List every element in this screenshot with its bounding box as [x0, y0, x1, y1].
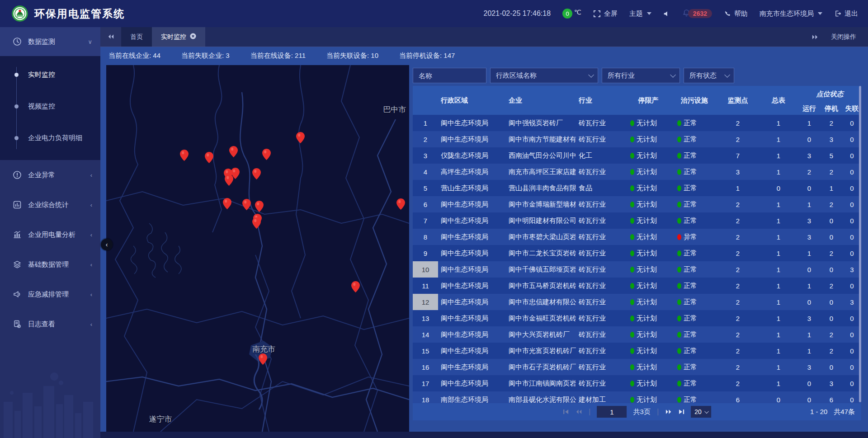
map[interactable]: 巴中市南充市遂宁市 ‹ [106, 65, 409, 432]
sidebar-item-enterprise-statistics[interactable]: 企业综合统计‹ [0, 190, 100, 220]
table-row[interactable]: 17阆中生态环境局阆中市江南镇阆南页岩砖瓦行业无计划正常21030 [413, 375, 861, 391]
tab-bar: 首页实时监控 关闭操作 [100, 27, 868, 47]
status-dot [677, 202, 681, 207]
name-filter-input[interactable] [413, 68, 486, 83]
map-marker-pin[interactable] [180, 150, 189, 161]
cell-lost: 0 [843, 164, 861, 180]
cell-points: 2 [717, 115, 759, 131]
map-marker-pin[interactable] [259, 353, 267, 365]
mute-button[interactable] [663, 11, 670, 17]
sidebar-item-power-load-detail[interactable]: 企业电力负荷明细 [0, 122, 100, 154]
bullet-icon [14, 136, 19, 140]
map-marker-pin[interactable] [396, 198, 405, 210]
theme-dropdown[interactable]: 主题 [629, 9, 651, 18]
layers-icon [13, 260, 22, 269]
status-dot [677, 332, 681, 338]
cell-run: 1 [798, 196, 820, 212]
table-row[interactable]: 5营山生态环境局营山县润丰肉食品有限食品无计划正常10010 [413, 180, 861, 196]
table-row[interactable]: 3仪陇生态环境局西南油气田分公司川中化工无计划正常71350 [413, 147, 861, 164]
sidebar-item-enterprise-abnormal[interactable]: 企业异常‹ [0, 160, 100, 190]
table-row[interactable]: 16阆中生态环境局阆中市石子页岩机砖厂砖瓦行业无计划正常21300 [413, 359, 861, 375]
status-dot [677, 153, 681, 159]
table-row[interactable]: 9阆中生态环境局阆中市二龙长宝页岩砖砖瓦行业无计划正常21120 [413, 245, 861, 261]
logout-button[interactable]: 退出 [834, 9, 858, 18]
sidebar-collapse-button[interactable]: ‹ [101, 239, 113, 250]
sidebar-item-realtime-monitoring[interactable]: 实时监控 [0, 59, 100, 90]
fullscreen-button[interactable]: 全屏 [593, 9, 618, 18]
sidebar-item-label: 企业综合统计 [28, 201, 90, 209]
cell-stop: 0 [820, 310, 843, 326]
sidebar-item-power-analysis[interactable]: 企业用电量分析‹ [0, 220, 100, 250]
sidebar-item-emergency-reduction[interactable]: 应急减排管理‹ [0, 279, 100, 309]
notifications-button[interactable]: 2632 [682, 9, 712, 19]
table-row[interactable]: 15阆中生态环境局阆中市光富页岩机砖厂砖瓦行业无计划正常21120 [413, 343, 861, 359]
map-marker-pin[interactable] [223, 198, 231, 209]
cell-index: 1 [413, 115, 438, 131]
table-row[interactable]: 12阆中生态环境局阆中市忠信建材有限公砖瓦行业无计划正常21003 [413, 294, 861, 310]
cell-company: 南部县砚化水泥有限公 [506, 391, 576, 403]
table-row[interactable]: 4高坪生态环境局南充市高坪区王家店建砖瓦行业无计划正常31220 [413, 164, 861, 180]
map-marker-pin[interactable] [242, 199, 251, 210]
map-marker-pin[interactable] [252, 217, 261, 229]
tabs-scroll-left-button[interactable] [100, 27, 121, 47]
map-marker-pin[interactable] [229, 146, 238, 157]
region-filter-select[interactable]: 行政区域名称 [490, 68, 598, 83]
help-button[interactable]: 帮助 [724, 9, 748, 18]
prev-page-button[interactable] [576, 409, 582, 414]
sidebar-item-data-monitoring[interactable]: 数据监测∨ [0, 27, 100, 56]
chevron-left-icon: ‹ [106, 241, 108, 248]
cell-meter: 1 [759, 196, 798, 212]
table-row[interactable]: 6阆中生态环境局阆中市金博瑞新型墙材砖瓦行业无计划正常21120 [413, 196, 861, 212]
cell-company: 阆中市金福旺页岩机砖 [506, 310, 576, 326]
table-scrollbar[interactable] [859, 86, 861, 402]
page-size-select[interactable]: 20 [691, 406, 711, 418]
map-marker-pin[interactable] [296, 132, 305, 143]
table-row[interactable]: 8阆中生态环境局阆中市枣碧大梁山页岩砖瓦行业无计划异常21300 [413, 229, 861, 245]
tab-实时监控[interactable]: 实时监控 [152, 27, 205, 47]
table-row[interactable]: 10阆中生态环境局阆中千佛镇五郎垭页岩砖瓦行业无计划正常21003 [413, 261, 861, 278]
status-dot [630, 348, 634, 354]
last-page-button[interactable] [678, 409, 684, 414]
table-row[interactable]: 2阆中生态环境局阆中市南方节能建材有砖瓦行业无计划正常21030 [413, 131, 861, 147]
cell-industry: 砖瓦行业 [576, 375, 625, 391]
cell-meter: 0 [759, 180, 798, 196]
tabs-scroll-right-button[interactable] [811, 34, 818, 40]
cell-points: 7 [717, 147, 759, 164]
cell-run: 1 [798, 115, 820, 131]
map-marker-pin[interactable] [252, 168, 261, 179]
table-row[interactable]: 11阆中生态环境局阆中市五马桥页岩机砖砖瓦行业无计划正常21120 [413, 278, 861, 294]
sidebar-item-video-monitoring[interactable]: 视频监控 [0, 90, 100, 122]
status-filter-select[interactable]: 所有状态 [684, 68, 734, 83]
footer-strip [100, 432, 868, 438]
sidebar-item-base-data[interactable]: 基础数据管理‹ [0, 250, 100, 279]
first-page-button[interactable] [563, 409, 569, 414]
table-row[interactable]: 14阆中生态环境局阆中大兴页岩机砖厂砖瓦行业无计划正常21120 [413, 326, 861, 343]
next-page-button[interactable] [665, 409, 672, 414]
close-icon[interactable] [190, 33, 196, 41]
cell-region: 阆中生态环境局 [438, 278, 506, 294]
map-marker-pin[interactable] [225, 174, 233, 186]
speaker-icon [663, 11, 670, 17]
page-number-input[interactable] [597, 406, 627, 418]
map-marker-pin[interactable] [205, 152, 213, 163]
map-marker-pin[interactable] [351, 281, 360, 292]
map-marker-pin[interactable] [262, 149, 271, 160]
map-marker-pin[interactable] [255, 201, 264, 212]
cell-stop: 2 [820, 115, 843, 131]
tab-首页[interactable]: 首页 [121, 27, 152, 47]
table-row[interactable]: 13阆中生态环境局阆中市金福旺页岩机砖砖瓦行业无计划正常21300 [413, 310, 861, 326]
close-operations-button[interactable]: 关闭操作 [831, 33, 856, 41]
org-dropdown[interactable]: 南充市生态环境局 [760, 9, 822, 18]
status-dot [677, 169, 681, 175]
industry-filter-select[interactable]: 所有行业 [602, 68, 680, 83]
sidebar-item-log-view[interactable]: 日志查看‹ [0, 309, 100, 339]
cell-run: 3 [798, 310, 820, 326]
status-dot [630, 218, 634, 224]
table-row[interactable]: 1阆中生态环境局阆中强锐页岩砖厂砖瓦行业无计划正常21120 [413, 115, 861, 131]
cell-index: 15 [413, 343, 438, 359]
table-row[interactable]: 7阆中生态环境局阆中明阳建材有限公司砖瓦行业无计划正常21300 [413, 212, 861, 229]
table-row[interactable]: 18南部生态环境局南部县砚化水泥有限公建材加工无计划正常60060 [413, 391, 861, 403]
cell-index: 14 [413, 326, 438, 343]
alert-icon [13, 170, 22, 179]
stats-icon [13, 200, 22, 209]
